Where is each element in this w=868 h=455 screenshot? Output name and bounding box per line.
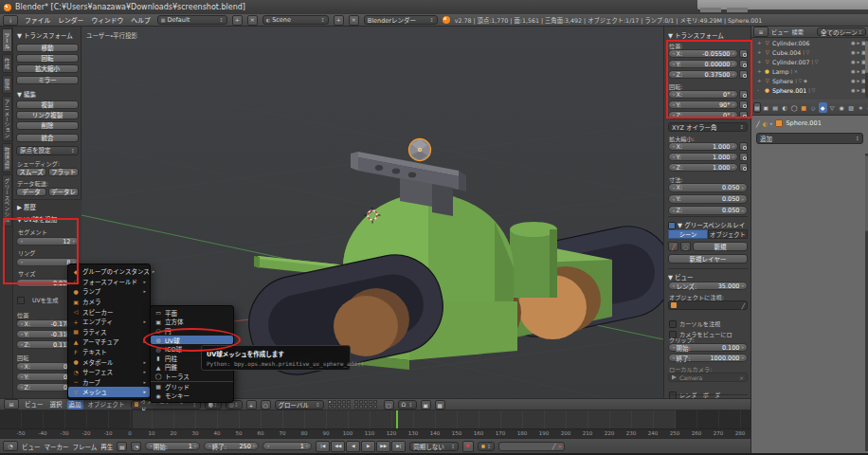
mirror-button[interactable]: ミラー	[16, 76, 79, 84]
playback-button[interactable]: ◀	[346, 441, 360, 452]
lock-icon[interactable]	[739, 70, 748, 79]
playback-button[interactable]: ◀◀	[331, 441, 345, 452]
selectable-icon[interactable]: ▸	[857, 49, 859, 55]
clear-icon[interactable]: ×	[739, 374, 744, 381]
add-menu-item[interactable]: ◆ グループのインスタンス ▸	[68, 266, 150, 277]
outliner-row[interactable]: + ▽ Cube.004 | ▽ ◉ ▸ ▣	[751, 47, 868, 57]
layer-toggle[interactable]	[328, 400, 332, 404]
layer-toggle[interactable]	[342, 400, 346, 404]
mesh-menu-item[interactable]: ▣ 立方体	[151, 318, 233, 327]
render-opengl-icon[interactable]: ▣	[421, 400, 431, 410]
add-menu-item[interactable]: ● メタボール ▸	[68, 356, 150, 367]
eye-icon[interactable]: ◉	[851, 49, 856, 55]
editor-type-icon[interactable]: ≡	[753, 27, 769, 37]
object-name[interactable]: Lamp	[772, 68, 789, 75]
expand-icon[interactable]: +	[757, 59, 762, 64]
timeline-menu[interactable]: マーカー	[45, 442, 69, 451]
layer-toggle[interactable]	[354, 400, 358, 404]
lock-icon[interactable]	[739, 49, 748, 58]
mesh-menu-item[interactable]: ○ 円	[151, 326, 233, 336]
properties-tab[interactable]: ∗	[857, 102, 865, 113]
viewport-menu[interactable]: オブジェクト	[86, 400, 127, 410]
selectable-icon[interactable]: ▸	[857, 40, 859, 46]
tool-shelf-tab[interactable]: ツール	[2, 28, 12, 52]
properties-tab[interactable]: ▤	[771, 102, 780, 113]
expand-icon[interactable]: +	[757, 49, 762, 55]
set-origin-dropdown[interactable]: 原点を設定↕	[16, 146, 79, 155]
mesh-menu-item[interactable]: ▭ 平面	[151, 308, 233, 318]
eyedropper-icon[interactable]: ╱	[756, 120, 760, 127]
lock-icon[interactable]	[739, 153, 748, 161]
record-button[interactable]	[462, 441, 474, 452]
layer-toggle[interactable]	[337, 400, 341, 404]
panel-header-transform-n[interactable]: ▼ トランスフォーム	[668, 30, 724, 40]
eye-icon[interactable]: ◉	[851, 87, 856, 93]
add-menu-item[interactable]: ● ランプ ▸	[68, 286, 150, 297]
timeline-menu[interactable]: ビュー	[22, 442, 41, 451]
properties-tab[interactable]: ◆	[819, 102, 827, 113]
topbar-menu[interactable]: レンダー	[56, 15, 85, 25]
clip-start-field[interactable]: ◂開始:0.100▸	[668, 343, 748, 352]
properties-tab[interactable]: ▣	[762, 102, 770, 113]
manipulator-translate-icon[interactable]: +	[246, 400, 257, 410]
properties-tab[interactable]: ◐	[781, 102, 789, 113]
add-menu-item[interactable]: F テキスト	[68, 347, 150, 357]
timeline-menu[interactable]: 再生	[100, 442, 113, 451]
editor-type-icon[interactable]: ▤	[753, 102, 761, 113]
layer-toggle[interactable]	[354, 405, 358, 409]
eye-icon[interactable]: ◉	[851, 68, 856, 74]
current-frame-field[interactable]: ◂1▸	[262, 442, 312, 450]
tool-button[interactable]: 拡大縮小	[16, 64, 79, 73]
data-button[interactable]: データ	[16, 188, 46, 196]
outliner-row[interactable]: + ▽ Cylinder.006 ◉ ▸ ▣	[751, 38, 868, 47]
selectable-icon[interactable]: ▸	[857, 78, 859, 83]
scene-close-button[interactable]: ×	[349, 15, 359, 26]
topbar-menu[interactable]: ウィンドウ	[89, 15, 125, 25]
data-layout-button[interactable]: データレ	[48, 188, 79, 196]
panel-header-transform[interactable]: ▼ トランスフォーム	[17, 30, 73, 40]
current-frame-indicator[interactable]	[396, 410, 398, 428]
viewport-menu[interactable]: ビュー	[23, 400, 45, 410]
operator-checkbox[interactable]: UVを生成	[17, 290, 67, 308]
properties-tab[interactable]: ◉	[838, 102, 846, 113]
properties-tab[interactable]: ▨	[847, 102, 856, 113]
lock-icon[interactable]	[739, 142, 748, 151]
gp-new-button[interactable]: 新規	[693, 242, 748, 251]
rotation-field[interactable]: ◂X:0°▸	[668, 90, 738, 99]
eye-icon[interactable]: ◉	[851, 59, 856, 64]
viewport-menu[interactable]: 追加	[67, 400, 83, 410]
playback-button[interactable]: ▶	[361, 441, 375, 452]
tool-button[interactable]: 回転	[16, 54, 79, 63]
flat-button[interactable]: フラット	[48, 168, 79, 176]
tool-button[interactable]: リンク複製	[16, 111, 79, 119]
tool-shelf-tab[interactable]: 関係	[2, 75, 12, 94]
lens-field[interactable]: ◂レンズ:35.000▸	[668, 282, 748, 290]
mesh-menu-item[interactable]: ▦ グリッド	[151, 381, 233, 391]
dimension-field[interactable]: ◂X:0.050▸	[668, 183, 748, 192]
selectable-icon[interactable]: ▸	[857, 87, 859, 93]
layer-toggle[interactable]	[333, 400, 336, 404]
dimension-field[interactable]: ◂Y:0.050▸	[668, 194, 748, 204]
lock-icon[interactable]	[739, 100, 748, 109]
lock-icon[interactable]	[739, 90, 748, 99]
tool-button[interactable]: 削除	[16, 121, 79, 130]
breadcrumb-object-name[interactable]: Sphere.001	[786, 119, 821, 127]
tool-shelf-tab[interactable]: グリースペンシル	[2, 174, 12, 226]
location-field[interactable]: ◂Z:0.37500▸	[668, 70, 738, 79]
mesh-menu-item[interactable]: ◉ モンキー	[151, 391, 233, 400]
add-menu-item[interactable]: ▲ アーマチュア ▸	[68, 337, 150, 347]
lock-object-field[interactable]: ╱	[668, 300, 748, 310]
layers-widget[interactable]	[328, 400, 380, 409]
layer-toggle[interactable]	[373, 400, 377, 404]
preview-range-icon[interactable]: ▤	[117, 442, 127, 451]
timeline-ruler[interactable]: -50-40-30-20-100102030405060708090100110…	[0, 428, 750, 438]
outliner-row[interactable]: + ● Lamp | × ◉ ▸ ▣	[751, 66, 868, 76]
outliner-scope-dropdown[interactable]: 全てのシーン↕	[817, 27, 866, 36]
tool-button[interactable]: 移動	[16, 44, 79, 52]
scene-add-button[interactable]: +	[334, 15, 344, 26]
rotation-mode-dropdown[interactable]: XYZ オイラー角↕	[668, 122, 748, 132]
editor-type-icon[interactable]: ⊞	[4, 399, 19, 410]
selectable-icon[interactable]: ▸	[857, 59, 859, 64]
scale-field[interactable]: ◂X:1.000▸	[668, 142, 738, 151]
playback-button[interactable]: |◀	[316, 441, 330, 452]
